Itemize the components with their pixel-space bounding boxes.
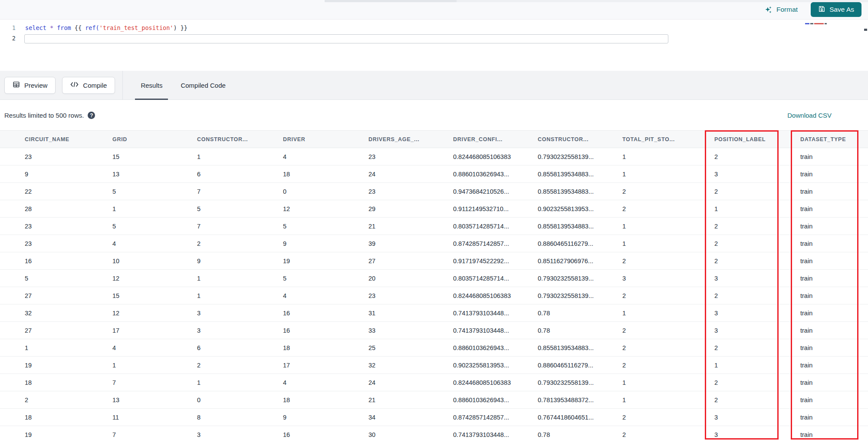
table-cell: 2 [690,287,776,304]
table-cell: 3 [598,270,690,287]
column-header: GRID [88,131,172,148]
table-cell: 33 [344,322,428,339]
table-cell: train [776,270,868,287]
column-header: TOTAL_PIT_STO... [598,131,690,148]
table-cell: 28 [0,200,88,218]
code-line[interactable] [25,33,187,43]
table-header-row: CIRCUIT_NAMEGRIDCONSTRUCTOR...DRIVERDRIV… [0,131,868,148]
table-grid-icon [13,81,20,89]
table-cell: 2 [690,183,776,200]
table-cell: 20 [344,270,428,287]
table-cell: 0.8035714285714... [428,270,513,287]
table-row: 913618240.8860103626943...0.855813953488… [0,165,868,183]
code-content[interactable]: select * from {{ ref('train_test_positio… [25,23,187,43]
table-row: 2717316330.7413793103448...0.7823train [0,322,868,339]
table-cell: 23 [0,218,88,235]
table-cell: 0.824468085106383 [428,374,513,391]
table-cell: 18 [258,391,344,409]
code-line[interactable]: select * from {{ ref('train_test_positio… [25,23,187,33]
table-cell: 0 [172,391,258,409]
preview-button[interactable]: Preview [4,77,56,94]
table-cell: train [776,183,868,200]
table-cell: 9 [172,252,258,270]
table-cell: 0 [258,183,344,200]
table-cell: 10 [88,252,172,270]
table-row: 51215200.8035714285714...0.7930232558139… [0,270,868,287]
table-cell: 5 [258,218,344,235]
table-cell: 23 [344,183,428,200]
table-cell: 7 [172,218,258,235]
table-row: 18714240.8244680851063830.7930232558139.… [0,374,868,391]
table-cell: 0.8742857142857... [428,235,513,252]
table-cell: 1 [690,357,776,374]
editor-minimap[interactable] [805,23,827,24]
table-cell: 16 [0,252,88,270]
table-cell: 5 [172,200,258,218]
table-cell: 0.7930232558139... [513,374,598,391]
table-cell: 0.8742857142857... [428,409,513,426]
table-cell: 0.7930232558139... [513,148,598,165]
file-tab-strip-right [457,0,868,2]
tab-results[interactable]: Results [135,71,168,100]
table-row: 3212316310.7413793103448...0.7813train [0,304,868,322]
table-cell: 3 [172,426,258,443]
line-number-gutter: 12 [0,23,16,43]
table-cell: 21 [344,218,428,235]
table-cell: 2 [690,218,776,235]
table-cell: 1 [598,391,690,409]
table-row: 271514230.8244680851063830.7930232558139… [0,287,868,304]
table-cell: 2 [598,339,690,357]
table-cell: 3 [690,270,776,287]
table-cell: 0.8860465116279... [513,357,598,374]
sql-code-editor[interactable]: 12 select * from {{ ref('train_test_posi… [0,20,868,71]
table-cell: 0.7413793103448... [428,304,513,322]
table-cell: 23 [0,235,88,252]
table-cell: 1 [172,287,258,304]
table-cell: 0.7813953488372... [513,391,598,409]
results-info-bar: Results limited to 500 rows. ? Download … [0,100,868,130]
table-cell: 0.8558139534883... [513,339,598,357]
table-cell: 11 [88,409,172,426]
table-cell: 4 [258,374,344,391]
table-cell: 8 [172,409,258,426]
preview-label: Preview [24,82,47,89]
table-cell: 3 [690,426,776,443]
toolbar-divider [122,71,123,100]
table-cell: train [776,304,868,322]
table-cell: 1 [88,200,172,218]
question-circle-icon[interactable]: ? [88,112,95,119]
tab-compiled-code[interactable]: Compiled Code [175,71,231,100]
table-cell: 23 [344,287,428,304]
table-cell: 2 [690,148,776,165]
download-csv-link[interactable]: Download CSV [787,112,832,119]
table-cell: 3 [172,304,258,322]
table-cell: 0.8860465116279... [513,235,598,252]
table-row: 197316300.7413793103448...0.7823train [0,426,868,443]
compile-button[interactable]: Compile [62,77,115,94]
table-cell: 4 [258,287,344,304]
table-cell: 13 [88,165,172,183]
table-row: 181189340.8742857142857...0.767441860465… [0,409,868,426]
table-cell: 0.7930232558139... [513,270,598,287]
table-cell: 4 [88,235,172,252]
save-as-button[interactable]: Save As [811,2,861,17]
table-cell: train [776,339,868,357]
table-cell: 0.9473684210526... [428,183,513,200]
table-cell: 2 [172,357,258,374]
table-cell: 9 [258,409,344,426]
table-row: 281512290.9112149532710...0.902325581395… [0,200,868,218]
table-cell: 1 [172,148,258,165]
table-cell: 2 [598,183,690,200]
table-cell: 1 [598,374,690,391]
table-cell: 0.8860103626943... [428,339,513,357]
table-cell: 0.7674418604651... [513,409,598,426]
table-cell: train [776,148,868,165]
minimap-scroll-marker[interactable] [864,29,867,31]
table-row: 231514230.8244680851063830.7930232558139… [0,148,868,165]
format-button[interactable]: Format [764,6,798,14]
table-cell: 2 [598,252,690,270]
table-cell: 24 [344,374,428,391]
table-cell: 2 [598,409,690,426]
code-brackets-icon [70,81,79,89]
table-cell: 19 [0,426,88,443]
